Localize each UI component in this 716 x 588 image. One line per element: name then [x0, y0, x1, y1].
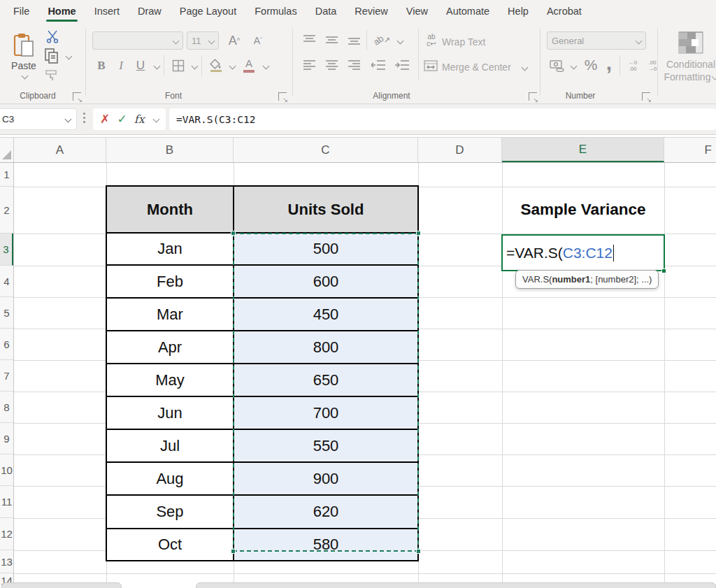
month-cell[interactable]: Apr [107, 331, 233, 363]
merge-center-button[interactable] [422, 58, 439, 73]
row-header-3[interactable]: 3 [0, 234, 13, 266]
select-all-corner[interactable] [0, 138, 14, 162]
row-header-5[interactable]: 5 [0, 297, 13, 329]
formula-bar-drag-dots[interactable] [83, 113, 85, 123]
conditional-formatting-button[interactable] [677, 30, 705, 55]
orientation-button[interactable]: ab ↗ [372, 31, 392, 48]
tab-review[interactable]: Review [345, 0, 397, 23]
number-dialog-launcher[interactable] [642, 92, 650, 101]
name-box[interactable]: C3 [0, 108, 77, 130]
top-align-button[interactable] [301, 33, 317, 47]
sheet-tab-scroll[interactable] [1, 582, 122, 588]
month-header-cell[interactable]: Month [107, 187, 233, 232]
tab-view[interactable]: View [397, 0, 437, 23]
units-header-cell[interactable]: Units Sold [233, 187, 417, 232]
conditional-formatting-label[interactable]: Conditional Formatting [663, 58, 716, 83]
orientation-chevron-icon[interactable] [397, 38, 404, 45]
wrap-text-label[interactable]: Wrap Text [442, 36, 486, 48]
tab-page-layout[interactable]: Page Layout [171, 0, 245, 23]
merge-center-label[interactable]: Merge & Center [442, 62, 511, 73]
row-header-13[interactable]: 13 [0, 550, 13, 573]
month-cell[interactable]: Jan [107, 234, 233, 264]
font-size-combo[interactable]: 11 [187, 31, 219, 50]
selection-handle[interactable] [416, 231, 421, 236]
tab-draw[interactable]: Draw [129, 0, 171, 23]
borders-chevron-icon[interactable] [192, 63, 199, 70]
tab-help[interactable]: Help [499, 0, 538, 23]
increase-font-size-button[interactable]: A^ [225, 31, 243, 50]
month-cell[interactable]: Jul [107, 430, 233, 461]
horizontal-scrollbar[interactable] [196, 582, 716, 588]
tab-automate[interactable]: Automate [437, 0, 499, 23]
clipboard-dialog-launcher[interactable] [73, 92, 81, 101]
decrease-indent-button[interactable] [369, 58, 387, 72]
active-cell-editor[interactable]: =VAR.S(C3:C12 [501, 234, 665, 271]
selection-handle[interactable] [416, 549, 421, 554]
cut-button[interactable] [43, 29, 62, 44]
row-header-6[interactable]: 6 [0, 329, 13, 360]
row-header-7[interactable]: 7 [0, 360, 13, 392]
copy-button[interactable] [42, 47, 60, 65]
fill-color-button[interactable] [207, 57, 225, 75]
tab-file[interactable]: File [4, 0, 38, 23]
copy-chevron-icon[interactable] [66, 53, 73, 60]
units-cell[interactable]: 500 [233, 234, 417, 264]
row-header-9[interactable]: 9 [0, 423, 13, 454]
align-center-button[interactable] [323, 58, 340, 72]
month-cell[interactable]: Aug [107, 463, 233, 494]
decrease-decimal-button[interactable]: .00→0 [643, 57, 661, 75]
insert-function-icon[interactable]: fx [134, 113, 145, 126]
comma-style-button[interactable]: , [603, 52, 615, 73]
merge-center-chevron-icon[interactable] [522, 64, 529, 71]
column-header-c[interactable]: C [234, 138, 418, 162]
paste-button[interactable]: Paste [7, 28, 41, 83]
units-cell[interactable]: 700 [233, 397, 417, 429]
font-dialog-launcher[interactable] [278, 92, 287, 101]
units-cell[interactable]: 600 [233, 266, 417, 297]
underline-button[interactable]: U [133, 57, 148, 75]
font-name-combo[interactable] [92, 31, 183, 50]
fill-handle[interactable] [661, 268, 666, 273]
row-header-8[interactable]: 8 [0, 392, 13, 423]
row-header-10[interactable]: 10 [0, 454, 13, 486]
row-header-2[interactable]: 2 [0, 187, 13, 234]
units-cell[interactable]: 650 [233, 364, 417, 396]
bottom-align-button[interactable] [345, 33, 362, 47]
month-cell[interactable]: Sep [107, 496, 233, 528]
month-cell[interactable]: Oct [107, 529, 233, 560]
italic-button[interactable]: I [113, 57, 129, 75]
underline-chevron-icon[interactable] [154, 63, 161, 70]
borders-button[interactable] [169, 57, 187, 75]
units-cell[interactable]: 620 [233, 496, 417, 528]
month-cell[interactable]: Feb [107, 266, 233, 297]
enter-icon[interactable]: ✓ [117, 112, 127, 127]
units-cell[interactable]: 550 [233, 430, 417, 461]
wrap-text-button[interactable]: abc↩ [424, 33, 439, 48]
column-header-f[interactable]: F [664, 138, 716, 162]
month-cell[interactable]: Jun [107, 397, 233, 429]
number-format-combo[interactable]: General [547, 31, 646, 50]
row-header-11[interactable]: 11 [0, 486, 13, 518]
name-box-chevron-icon[interactable] [65, 116, 72, 123]
bold-button[interactable]: B [94, 57, 109, 75]
fill-color-chevron-icon[interactable] [229, 63, 236, 70]
tab-acrobat[interactable]: Acrobat [538, 0, 591, 23]
tab-insert[interactable]: Insert [85, 0, 129, 23]
middle-align-button[interactable] [323, 33, 340, 47]
column-header-e[interactable]: E [502, 138, 664, 162]
row-header-4[interactable]: 4 [0, 266, 13, 297]
units-cell[interactable]: 900 [233, 463, 417, 494]
cancel-icon[interactable]: ✗ [100, 112, 110, 127]
format-painter-button[interactable] [42, 66, 60, 85]
column-header-d[interactable]: D [418, 138, 502, 162]
tab-formulas[interactable]: Formulas [245, 0, 306, 23]
align-right-button[interactable] [345, 58, 362, 72]
accounting-format-button[interactable] [548, 57, 566, 75]
font-color-chevron-icon[interactable] [263, 63, 270, 70]
decrease-font-size-button[interactable]: Aˇ [249, 31, 267, 50]
alignment-dialog-launcher[interactable] [529, 92, 537, 101]
units-cell[interactable]: 450 [233, 299, 417, 330]
fx-chevron-icon[interactable] [152, 116, 159, 123]
tab-home[interactable]: Home [38, 0, 85, 23]
font-color-button[interactable]: A [241, 55, 257, 75]
